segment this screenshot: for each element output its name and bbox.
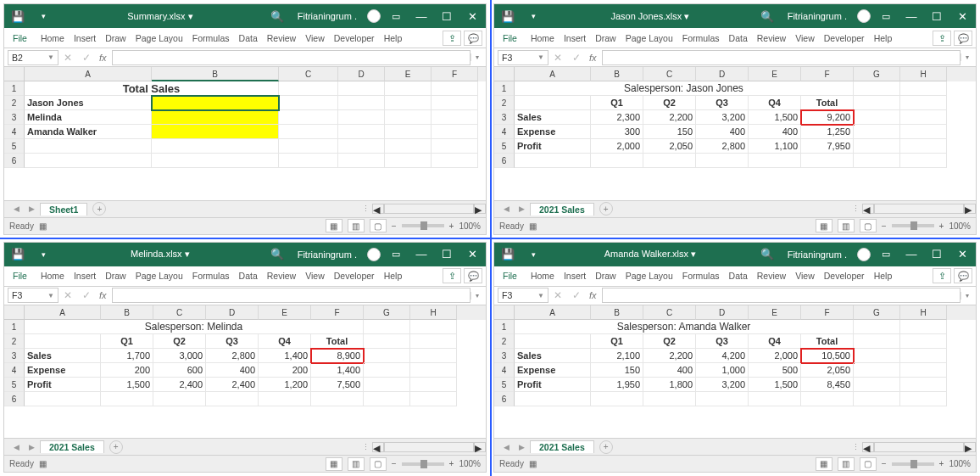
grid[interactable]: A B C D E F 1 Total Sales 2 Jason Jones … — [4, 67, 486, 200]
select-all-corner[interactable] — [494, 305, 515, 320]
tab-help[interactable]: Help — [380, 31, 407, 46]
cell[interactable]: 2,400 — [206, 378, 259, 392]
cell[interactable]: 2,000 — [749, 349, 801, 363]
comments-icon[interactable]: 💬 — [464, 31, 482, 46]
hdr-q3[interactable]: Q3 — [696, 334, 749, 349]
cell[interactable]: 2,200 — [643, 110, 696, 125]
chevron-down-icon[interactable]: ▼ — [47, 53, 54, 61]
row-profit[interactable]: Profit — [515, 139, 591, 154]
chevron-down-icon[interactable]: ▼ — [537, 53, 544, 61]
minimize-icon[interactable]: — — [901, 7, 922, 25]
tab-help[interactable]: Help — [870, 31, 897, 46]
tab-home[interactable]: Home — [526, 31, 559, 46]
save-icon[interactable]: 💾 — [498, 245, 518, 264]
col-header[interactable]: F — [801, 67, 854, 81]
col-header[interactable]: D — [696, 67, 749, 81]
tab-formulas[interactable]: Formulas — [678, 268, 724, 283]
row-header[interactable]: 5 — [4, 378, 25, 392]
add-sheet-icon[interactable]: + — [92, 202, 106, 216]
fx-label[interactable]: fx — [586, 290, 600, 300]
col-header[interactable]: F — [311, 305, 364, 320]
view-layout-icon[interactable]: ▥ — [348, 457, 365, 471]
cell[interactable]: 400 — [696, 125, 749, 139]
zoom-out-icon[interactable]: − — [882, 221, 887, 231]
row-header[interactable]: 4 — [494, 125, 515, 139]
add-sheet-icon[interactable]: + — [109, 440, 123, 454]
col-header[interactable]: G — [364, 305, 410, 320]
hscrollbar[interactable] — [874, 442, 964, 452]
sheet-tab[interactable]: 2021 Sales — [40, 440, 104, 453]
tab-nav-next-icon[interactable]: ▶ — [515, 443, 528, 451]
cell[interactable]: 1,800 — [643, 378, 696, 392]
chevron-down-icon[interactable]: ▼ — [47, 292, 54, 300]
zoom-in-icon[interactable]: + — [939, 459, 944, 468]
grid[interactable]: A B C D E F G H 1 Salesperson: Amanda Wa… — [494, 305, 976, 439]
col-header[interactable]: C — [153, 305, 206, 320]
tab-nav-next-icon[interactable]: ▶ — [25, 443, 38, 451]
grid[interactable]: A B C D E F G H 1 Salesperson: Melinda 2… — [4, 305, 486, 439]
ribbon-mode-icon[interactable]: ▭ — [876, 245, 896, 264]
scroll-right-icon[interactable]: ▶ — [474, 442, 486, 452]
qat-dropdown-icon[interactable]: ▾ — [523, 7, 543, 25]
comments-icon[interactable]: 💬 — [954, 31, 972, 46]
cell[interactable]: 2,800 — [696, 139, 749, 154]
comments-icon[interactable]: 💬 — [464, 268, 482, 283]
tab-view[interactable]: View — [301, 31, 329, 46]
row-header[interactable]: 2 — [494, 96, 515, 110]
tab-file[interactable]: File — [498, 268, 526, 283]
row-header[interactable]: 3 — [4, 349, 25, 363]
col-header[interactable]: B — [591, 305, 643, 320]
user-name[interactable]: Fitrianingrum . — [782, 11, 852, 21]
zoom-slider[interactable] — [402, 462, 444, 466]
cell[interactable]: 1,400 — [259, 349, 311, 363]
tab-review[interactable]: Review — [263, 31, 300, 46]
grid[interactable]: A B C D E F G H 1 Salesperson: Jason Jon… — [494, 67, 976, 200]
hdr-q2[interactable]: Q2 — [643, 334, 696, 349]
cancel-fx-icon[interactable]: ✕ — [58, 52, 77, 64]
col-header[interactable]: A — [25, 305, 101, 320]
cell[interactable]: 300 — [591, 125, 643, 139]
name-box[interactable]: F3▼ — [498, 50, 548, 65]
cell[interactable]: 2,300 — [591, 110, 643, 125]
tab-nav-prev-icon[interactable]: ◀ — [499, 443, 513, 451]
col-header[interactable]: H — [900, 67, 947, 81]
cell[interactable]: 7,950 — [801, 139, 854, 154]
search-icon[interactable]: 🔍 — [757, 245, 777, 264]
zoom-level[interactable]: 100% — [459, 459, 481, 468]
macro-icon[interactable]: ▦ — [39, 459, 47, 468]
tab-file[interactable]: File — [8, 268, 36, 283]
share-icon[interactable]: ⇪ — [933, 268, 951, 283]
save-icon[interactable]: 💾 — [8, 245, 28, 264]
share-icon[interactable]: ⇪ — [933, 31, 951, 46]
col-header[interactable]: E — [749, 67, 801, 81]
title-cell[interactable]: Salesperson: Jason Jones — [515, 81, 854, 96]
col-header[interactable]: B — [591, 67, 643, 81]
tab-pagelayout[interactable]: Page Layou — [621, 31, 677, 46]
col-header[interactable]: C — [643, 67, 696, 81]
row-header[interactable]: 5 — [4, 139, 25, 154]
qat-dropdown-icon[interactable]: ▾ — [33, 7, 53, 25]
formula-input[interactable] — [602, 50, 961, 65]
cell[interactable]: 500 — [749, 363, 801, 378]
cell[interactable]: 600 — [153, 363, 206, 378]
ribbon-mode-icon[interactable]: ▭ — [386, 245, 406, 264]
close-icon[interactable]: ✕ — [952, 245, 972, 264]
cell[interactable]: 1,500 — [749, 110, 801, 125]
col-header[interactable]: E — [749, 305, 801, 320]
view-layout-icon[interactable]: ▥ — [348, 219, 365, 232]
comments-icon[interactable]: 💬 — [954, 268, 972, 283]
col-header[interactable]: H — [900, 305, 947, 320]
zoom-level[interactable]: 100% — [949, 459, 971, 468]
row-header[interactable]: 2 — [4, 334, 25, 349]
tab-developer[interactable]: Developer — [820, 268, 869, 283]
tab-review[interactable]: Review — [753, 268, 790, 283]
hdr-q4[interactable]: Q4 — [259, 334, 311, 349]
tab-draw[interactable]: Draw — [591, 268, 621, 283]
hdr-q1[interactable]: Q1 — [591, 334, 643, 349]
cell[interactable]: 150 — [591, 363, 643, 378]
select-all-corner[interactable] — [4, 67, 25, 81]
formula-expand-icon[interactable]: ▾ — [471, 292, 482, 300]
hdr-q2[interactable]: Q2 — [153, 334, 206, 349]
name-box[interactable]: B2▼ — [8, 50, 58, 65]
tab-pagelayout[interactable]: Page Layou — [621, 268, 677, 283]
